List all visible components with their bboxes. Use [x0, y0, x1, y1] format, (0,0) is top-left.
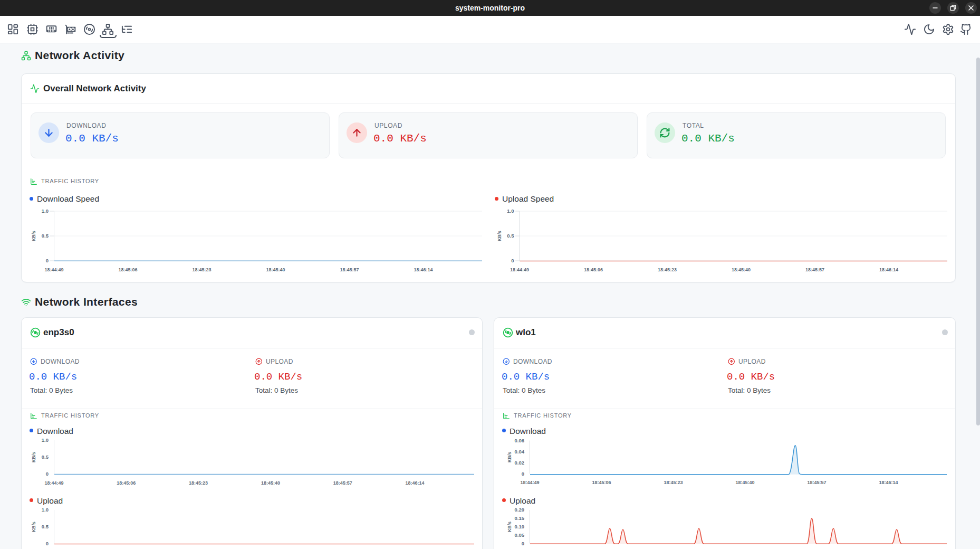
svg-text:0.05: 0.05: [515, 532, 525, 538]
svg-text:18:45:57: 18:45:57: [340, 267, 359, 272]
svg-text:18:46:14: 18:46:14: [879, 267, 898, 272]
svg-text:18:46:14: 18:46:14: [879, 480, 898, 485]
svg-text:KB/s: KB/s: [31, 231, 36, 241]
svg-text:1.0: 1.0: [42, 437, 49, 443]
svg-text:1.0: 1.0: [42, 208, 49, 214]
svg-text:KB/s: KB/s: [31, 452, 36, 462]
svg-text:KB/s: KB/s: [497, 231, 502, 241]
svg-text:18:45:40: 18:45:40: [735, 480, 754, 485]
svg-text:1.0: 1.0: [507, 208, 514, 214]
svg-text:0: 0: [46, 258, 49, 263]
svg-text:18:44:49: 18:44:49: [520, 480, 539, 485]
svg-text:18:45:23: 18:45:23: [189, 480, 208, 486]
svg-text:18:45:06: 18:45:06: [584, 267, 603, 272]
svg-text:1.0: 1.0: [42, 507, 49, 513]
svg-text:0.5: 0.5: [42, 454, 49, 460]
svg-text:18:45:06: 18:45:06: [592, 480, 611, 485]
svg-text:18:45:57: 18:45:57: [805, 267, 824, 272]
svg-text:0.04: 0.04: [515, 449, 525, 455]
svg-text:18:45:23: 18:45:23: [192, 267, 211, 272]
svg-text:0.5: 0.5: [507, 233, 514, 239]
svg-text:18:44:49: 18:44:49: [510, 267, 529, 272]
svg-text:0: 0: [522, 541, 524, 546]
svg-text:18:44:49: 18:44:49: [44, 480, 63, 486]
svg-text:0.5: 0.5: [42, 524, 49, 529]
svg-text:0: 0: [46, 541, 49, 546]
svg-text:18:44:49: 18:44:49: [44, 267, 63, 272]
svg-text:18:45:40: 18:45:40: [266, 267, 285, 272]
svg-text:0.06: 0.06: [515, 438, 525, 443]
svg-text:0.20: 0.20: [515, 507, 525, 513]
svg-text:0: 0: [522, 471, 524, 477]
svg-text:0.5: 0.5: [42, 233, 49, 239]
svg-text:KB/s: KB/s: [507, 452, 512, 462]
svg-text:18:45:40: 18:45:40: [261, 480, 280, 486]
svg-text:0: 0: [511, 258, 514, 263]
svg-text:18:45:57: 18:45:57: [807, 480, 826, 485]
svg-text:18:45:23: 18:45:23: [664, 480, 683, 485]
svg-text:KB/s: KB/s: [31, 522, 36, 532]
svg-text:18:45:23: 18:45:23: [658, 267, 677, 272]
svg-text:0: 0: [46, 471, 49, 477]
svg-text:0.02: 0.02: [515, 460, 525, 466]
svg-text:0.10: 0.10: [515, 524, 525, 529]
svg-text:18:46:14: 18:46:14: [405, 480, 424, 486]
svg-text:KB/s: KB/s: [507, 522, 512, 532]
svg-text:18:45:57: 18:45:57: [333, 480, 352, 486]
svg-text:18:45:40: 18:45:40: [732, 267, 751, 272]
svg-text:18:45:06: 18:45:06: [117, 480, 136, 486]
svg-text:18:46:14: 18:46:14: [414, 267, 433, 272]
svg-text:0.15: 0.15: [515, 515, 525, 521]
svg-text:18:45:06: 18:45:06: [118, 267, 137, 272]
